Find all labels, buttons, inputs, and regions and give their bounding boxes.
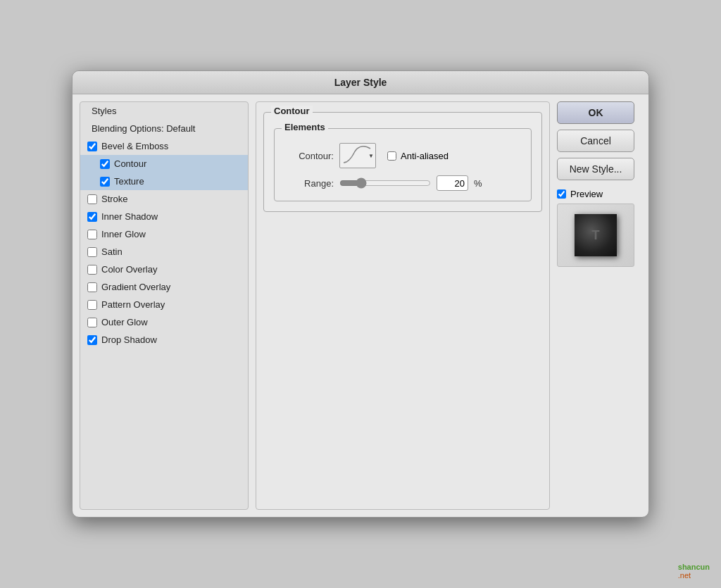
checkbox-inner-shadow[interactable] [87, 212, 97, 222]
new-style-button[interactable]: New Style... [557, 158, 634, 180]
contour-label: Contour: [284, 151, 334, 161]
preview-label-row: Preview [557, 189, 641, 199]
preview-section: Preview T [557, 189, 641, 267]
sidebar-label-bevel: Bevel & Emboss [101, 141, 241, 151]
checkbox-texture[interactable] [100, 177, 110, 187]
checkbox-outer-glow[interactable] [87, 318, 97, 327]
checkbox-satin[interactable] [87, 247, 97, 257]
preview-checkbox[interactable] [557, 189, 566, 199]
sidebar-item-color-overlay[interactable]: Color Overlay [80, 261, 248, 278]
sidebar-item-drop-shadow[interactable]: Drop Shadow [80, 331, 248, 349]
sidebar-label-color-overlay: Color Overlay [101, 264, 241, 275]
sidebar-label-stroke: Stroke [101, 194, 241, 204]
checkbox-contour[interactable] [100, 159, 110, 169]
contour-group-title: Contour [271, 106, 313, 116]
range-row: Range: 20 % [284, 175, 521, 191]
watermark: shancun .net [678, 563, 710, 580]
sidebar-item-stroke[interactable]: Stroke [80, 190, 248, 208]
contour-dropdown-arrow: ▼ [368, 153, 374, 159]
sidebar-label-drop-shadow: Drop Shadow [101, 334, 241, 345]
checkbox-pattern-overlay[interactable] [87, 300, 97, 310]
sidebar-item-blending[interactable]: Blending Options: Default [80, 120, 248, 137]
sidebar-item-inner-glow[interactable]: Inner Glow [80, 225, 248, 243]
cancel-button[interactable]: Cancel [557, 130, 634, 152]
checkbox-inner-glow[interactable] [87, 230, 97, 239]
anti-alias-label[interactable]: Anti-aliased [401, 151, 449, 161]
sidebar-item-bevel[interactable]: Bevel & Emboss [80, 137, 248, 155]
sidebar-label-inner-shadow: Inner Shadow [101, 211, 241, 222]
sidebar-label-inner-glow: Inner Glow [101, 229, 241, 239]
right-panel: OK Cancel New Style... Preview T [557, 101, 641, 510]
range-input[interactable]: 20 [437, 175, 468, 191]
sidebar-label-texture: Texture [114, 176, 241, 187]
sidebar-item-gradient-overlay[interactable]: Gradient Overlay [80, 278, 248, 296]
range-label: Range: [284, 178, 334, 189]
checkbox-bevel[interactable] [87, 142, 97, 151]
sidebar-item-outer-glow[interactable]: Outer Glow [80, 313, 248, 331]
sidebar-label-pattern-overlay: Pattern Overlay [101, 299, 241, 310]
sidebar-item-pattern-overlay[interactable]: Pattern Overlay [80, 296, 248, 313]
range-slider[interactable] [339, 177, 431, 189]
sidebar-label-styles: Styles [92, 106, 241, 116]
contour-group: Contour Elements Contour: ▼ [263, 112, 542, 212]
center-panel: Contour Elements Contour: ▼ [256, 101, 550, 510]
elements-group: Elements Contour: ▼ Anti-aliase [274, 128, 532, 201]
checkbox-gradient-overlay[interactable] [87, 282, 97, 292]
elements-group-title: Elements [282, 122, 328, 132]
contour-row: Contour: ▼ Anti-aliased [284, 143, 521, 168]
ok-button[interactable]: OK [557, 101, 634, 124]
sidebar-item-contour[interactable]: Contour [80, 155, 248, 173]
preview-inner: T [575, 214, 617, 256]
sidebar-label-blending: Blending Options: Default [92, 123, 241, 134]
dialog-body: StylesBlending Options: DefaultBevel & E… [73, 94, 648, 517]
preview-label[interactable]: Preview [570, 189, 603, 199]
watermark-net: .net [678, 571, 691, 580]
sidebar-item-styles[interactable]: Styles [80, 102, 248, 120]
sidebar-label-gradient-overlay: Gradient Overlay [101, 282, 241, 292]
sidebar-label-contour: Contour [114, 158, 241, 169]
sidebar-label-satin: Satin [101, 246, 241, 257]
watermark-shancun: shancun [678, 563, 710, 571]
anti-alias-checkbox[interactable] [387, 151, 396, 161]
anti-alias-row: Anti-aliased [387, 151, 449, 161]
checkbox-color-overlay[interactable] [87, 265, 97, 275]
sidebar-label-outer-glow: Outer Glow [101, 317, 241, 327]
checkbox-drop-shadow[interactable] [87, 335, 97, 345]
sidebar-item-inner-shadow[interactable]: Inner Shadow [80, 208, 248, 225]
range-percent: % [474, 178, 482, 189]
sidebar-item-satin[interactable]: Satin [80, 243, 248, 261]
dialog-title: Layer Style [73, 71, 648, 94]
preview-box: T [557, 204, 634, 267]
checkbox-stroke[interactable] [87, 194, 97, 204]
left-panel: StylesBlending Options: DefaultBevel & E… [80, 101, 249, 510]
preview-letter: T [592, 228, 600, 243]
sidebar-item-texture[interactable]: Texture [80, 173, 248, 190]
layer-style-dialog: Layer Style StylesBlending Options: Defa… [72, 70, 649, 518]
contour-preview[interactable]: ▼ [339, 143, 376, 168]
